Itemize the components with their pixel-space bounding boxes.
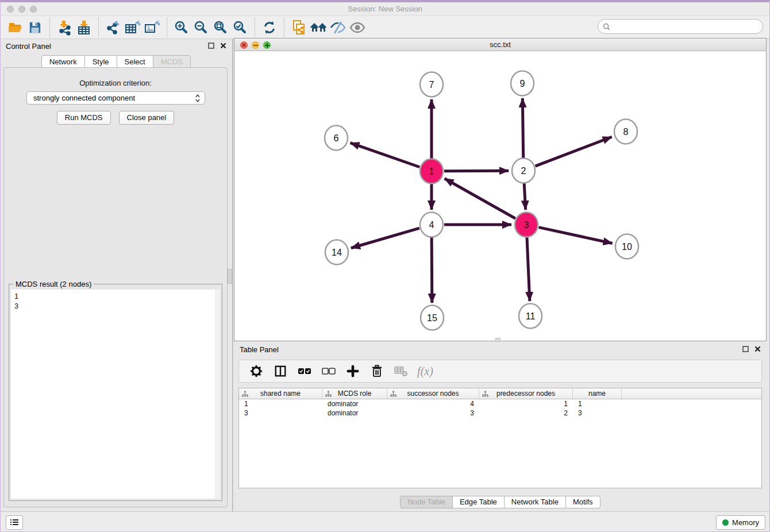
deselect-all-button[interactable] [321, 363, 337, 379]
edge-4-14[interactable] [351, 228, 419, 248]
network-view-window: scc.txt 7968124314101511 [234, 38, 767, 341]
graph-node-14[interactable]: 14 [325, 240, 348, 265]
table-row[interactable]: 1dominator411 [239, 399, 761, 408]
column-header-name[interactable]: name [573, 388, 622, 399]
graph-node-6[interactable]: 6 [325, 126, 348, 151]
search-input[interactable] [613, 22, 751, 31]
zoom-out-button[interactable] [191, 19, 211, 36]
hierarchy-icon [482, 391, 488, 397]
select-all-button[interactable] [297, 363, 313, 379]
function-builder-button[interactable]: f(x) [417, 363, 433, 379]
show-column-button[interactable] [272, 363, 288, 379]
vertical-splitter-handle[interactable] [228, 269, 232, 284]
zoom-in-button[interactable] [172, 19, 191, 36]
table-settings-button[interactable] [248, 363, 264, 379]
result-scrollbar[interactable] [215, 290, 220, 499]
graph-node-10[interactable]: 10 [615, 234, 638, 259]
node-table[interactable]: shared nameMCDS rolesuccessor nodesprede… [238, 388, 762, 488]
cell-name[interactable]: 1 [573, 399, 622, 408]
export-network-button[interactable] [103, 19, 123, 36]
table-header-row: shared nameMCDS rolesuccessor nodesprede… [239, 388, 761, 399]
graph-node-7[interactable]: 7 [420, 72, 443, 97]
export-image-button[interactable] [143, 19, 162, 36]
cell-name[interactable]: 3 [573, 408, 622, 418]
cell-MCDS-role[interactable]: dominator [322, 408, 387, 418]
add-column-button[interactable] [345, 363, 361, 379]
hierarchy-icon [325, 391, 332, 397]
column-header-shared-name[interactable]: shared name [239, 388, 322, 399]
export-network-icon [106, 20, 121, 35]
graph-node-9[interactable]: 9 [511, 71, 534, 96]
graph-node-2[interactable]: 2 [512, 159, 535, 183]
cell-successor-nodes[interactable]: 4 [387, 399, 479, 408]
cell-shared-name[interactable]: 1 [239, 399, 322, 408]
import-network-button[interactable] [55, 19, 74, 36]
search-box [598, 19, 763, 34]
graph-node-1[interactable]: 1 [420, 159, 443, 184]
edge-3-11[interactable] [527, 237, 530, 301]
edge-3-10[interactable] [538, 228, 612, 244]
delete-column-button[interactable] [369, 363, 385, 379]
network-graph[interactable]: 7968124314101511 [234, 51, 766, 341]
double-home-button[interactable] [309, 19, 328, 36]
apply-layout-button[interactable] [260, 19, 279, 36]
mcds-result-text[interactable]: 1 3 [11, 290, 220, 499]
open-file-button[interactable] [6, 19, 25, 36]
eye-button[interactable] [348, 19, 367, 36]
node-label: 1 [429, 167, 434, 176]
close-panel-icon[interactable] [754, 346, 761, 352]
tab-network-table[interactable]: Network Table [504, 496, 566, 508]
copy-network-file-button[interactable] [289, 19, 309, 36]
cell-predecessor-nodes[interactable]: 1 [479, 399, 573, 408]
table-panel-header: Table Panel [234, 342, 767, 357]
edge-1-2[interactable] [444, 171, 509, 171]
run-mcds-button[interactable]: Run MCDS [57, 111, 111, 125]
criterion-dropdown[interactable]: strongly connected component [26, 91, 205, 105]
memory-button[interactable]: Memory [716, 515, 765, 530]
search-icon [603, 23, 610, 30]
network-canvas[interactable]: 7968124314101511 [234, 51, 766, 341]
tab-node-table[interactable]: Node Table [400, 496, 453, 508]
edge-1-6[interactable] [351, 143, 420, 167]
float-panel-icon[interactable] [742, 346, 749, 352]
save-session-button[interactable] [25, 19, 45, 36]
delete-table-button[interactable] [393, 363, 409, 379]
column-header-MCDS-role[interactable]: MCDS role [322, 388, 387, 399]
zoom-fit-button[interactable] [211, 19, 230, 36]
network-window-titlebar[interactable]: scc.txt [234, 38, 766, 51]
horizontal-splitter-handle[interactable] [495, 338, 500, 342]
column-header-label: predecessor nodes [496, 390, 555, 398]
zoom-selected-button[interactable] [230, 19, 250, 36]
eye-slash-button[interactable] [328, 19, 348, 36]
tab-motifs[interactable]: Motifs [565, 496, 600, 508]
close-panel-icon[interactable] [220, 43, 226, 49]
edge-2-3[interactable] [524, 183, 525, 210]
toolbar-separator [255, 18, 255, 37]
edge-2-8[interactable] [536, 137, 612, 166]
edge-3-1[interactable] [445, 179, 515, 218]
cell-predecessor-nodes[interactable]: 2 [479, 408, 573, 418]
tab-edge-table[interactable]: Edge Table [452, 496, 505, 508]
column-header-successor-nodes[interactable]: successor nodes [387, 388, 479, 399]
graph-node-11[interactable]: 11 [519, 304, 542, 329]
cell-shared-name[interactable]: 3 [239, 408, 322, 418]
edge-4-15[interactable] [432, 237, 432, 303]
cell-MCDS-role[interactable]: dominator [322, 399, 387, 408]
graph-node-15[interactable]: 15 [421, 306, 444, 330]
column-header-predecessor-nodes[interactable]: predecessor nodes [479, 388, 573, 399]
float-panel-icon[interactable] [208, 43, 214, 49]
export-table-button[interactable] [123, 19, 143, 36]
graph-node-8[interactable]: 8 [614, 119, 637, 144]
cell-successor-nodes[interactable]: 3 [387, 408, 479, 418]
column-header-label: name [588, 390, 606, 398]
graph-node-3[interactable]: 3 [515, 213, 538, 237]
table-row[interactable]: 3dominator323 [239, 408, 761, 418]
menu-list-button[interactable] [6, 515, 23, 530]
import-table-button[interactable] [74, 19, 94, 36]
edge-2-9[interactable] [522, 98, 523, 158]
node-label: 11 [526, 311, 536, 321]
toolbar-separator [49, 18, 50, 37]
close-panel-button[interactable]: Close panel [119, 111, 175, 125]
graph-node-4[interactable]: 4 [420, 213, 443, 237]
export-image-icon [144, 20, 160, 35]
